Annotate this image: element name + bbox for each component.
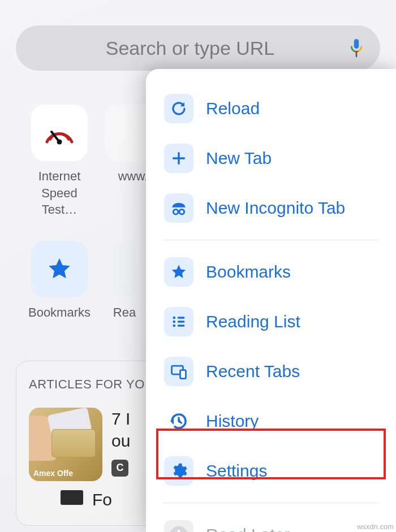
thumbnail-caption: Amex Offe [33, 469, 73, 478]
history-icon [164, 406, 193, 436]
menu-recent-tabs[interactable]: Recent Tabs [146, 347, 396, 396]
svg-rect-11 [178, 325, 185, 327]
menu-label: New Incognito Tab [206, 198, 345, 218]
plus-icon [164, 144, 193, 173]
menu-settings[interactable]: Settings [146, 446, 396, 496]
article-thumbnail [61, 490, 83, 505]
article-text: 7 I ou C [111, 408, 130, 477]
menu-reload[interactable]: Reload [146, 84, 396, 133]
menu-label: Recent Tabs [206, 362, 300, 381]
gear-icon [164, 456, 193, 486]
overflow-menu: Reload New Tab New Incognito Tab Bookmar… [146, 69, 396, 532]
star-icon [164, 257, 193, 287]
menu-label: Reading List [206, 312, 300, 331]
svg-point-7 [173, 321, 176, 323]
list-icon [164, 307, 193, 336]
gauge-icon [31, 105, 88, 161]
menu-label: Bookmarks [206, 262, 291, 282]
shortcut-reading-list[interactable]: Rea [107, 241, 141, 321]
article-title-line: 7 I [111, 408, 130, 430]
shortcut-label: Bookmarks [23, 304, 96, 321]
menu-new-tab[interactable]: New Tab [146, 133, 396, 183]
shortcut-speed-test[interactable]: Internet Speed Test… [23, 105, 96, 218]
reload-icon [164, 94, 193, 123]
plus-circle-icon [164, 520, 193, 532]
menu-history[interactable]: History [146, 396, 396, 446]
star-icon [31, 241, 88, 297]
article-thumbnail: Amex Offe [29, 408, 102, 481]
svg-point-5 [179, 209, 184, 214]
article-source-badge: C [111, 460, 128, 477]
svg-rect-0 [354, 39, 359, 49]
devices-icon [164, 357, 193, 386]
menu-reading-list[interactable]: Reading List [146, 297, 396, 347]
menu-label: Read Later [206, 525, 290, 532]
menu-bookmarks[interactable]: Bookmarks [146, 247, 396, 297]
shortcut-bookmarks[interactable]: Bookmarks [23, 241, 96, 321]
reading-list-icon [113, 241, 136, 297]
svg-point-4 [173, 209, 178, 214]
incognito-icon [164, 193, 193, 223]
menu-label: Reload [206, 99, 260, 118]
menu-incognito[interactable]: New Incognito Tab [146, 183, 396, 233]
watermark: wsxdn.com [357, 522, 394, 531]
menu-label: Settings [206, 461, 267, 481]
menu-label: New Tab [206, 149, 272, 168]
menu-separator [163, 503, 379, 503]
article-title: Fo [92, 490, 112, 509]
svg-rect-13 [180, 370, 186, 379]
menu-separator [163, 240, 379, 240]
shortcut-label: Rea [107, 304, 141, 321]
svg-point-3 [57, 140, 62, 145]
search-placeholder: Search or type URL [32, 37, 348, 59]
shortcut-label: Internet Speed Test… [23, 168, 96, 218]
svg-point-8 [173, 325, 176, 327]
svg-point-6 [173, 317, 176, 319]
voice-search-icon[interactable] [348, 38, 364, 58]
menu-label: History [206, 412, 259, 431]
svg-rect-9 [178, 317, 185, 319]
svg-rect-10 [178, 321, 185, 323]
article-title-line: ou [111, 430, 130, 452]
search-bar[interactable]: Search or type URL [16, 25, 380, 71]
